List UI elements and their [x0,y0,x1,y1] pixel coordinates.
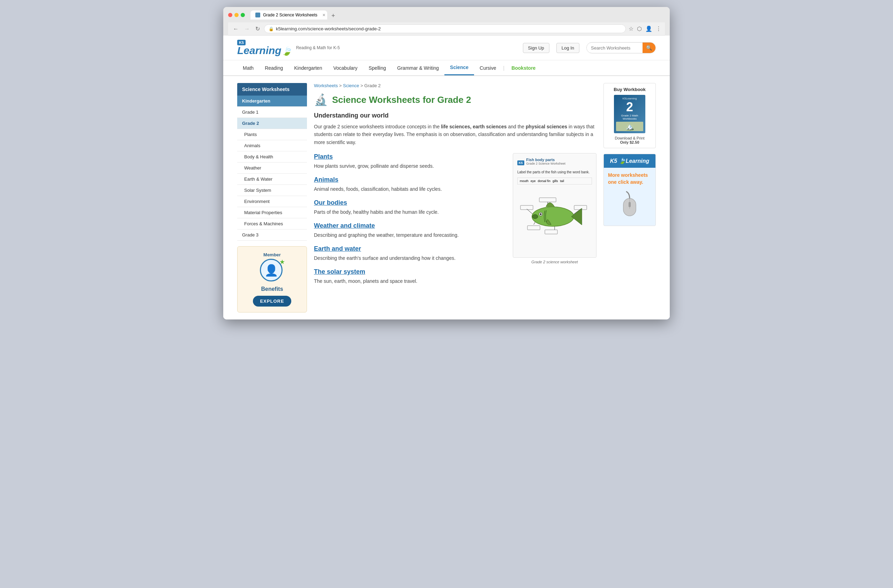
new-tab-button[interactable]: + [330,12,337,20]
page-content: K5 Learning🍃 Reading & Math for K-5 Sign… [223,36,670,319]
tab-close-icon[interactable]: ✕ [322,13,325,17]
svg-rect-13 [528,226,540,230]
sidebar-item-plants[interactable]: Plants [237,129,307,140]
workbook-price: Only $2.50 [607,140,652,144]
logo-area: K5 Learning🍃 Reading & Math for K-5 [237,40,340,56]
explore-button[interactable]: EXPLORE [253,296,291,307]
preview-image: K5 Fish body parts Grade 2 Science Works… [513,153,597,258]
section-link-plants[interactable]: Plants [314,153,506,161]
traffic-lights [228,13,245,17]
preview-logo: K5 [517,161,524,165]
sidebar: Science Worksheets Kindergarten Grade 1 … [237,83,307,313]
k5-promo-mouse [604,190,655,226]
search-input[interactable] [587,43,642,53]
sidebar-item-material-properties[interactable]: Material Properties [237,207,307,218]
workbook-ad-title: Buy Workbook [607,87,652,92]
menu-icon[interactable]: ⋮ [656,26,661,32]
preview-instruction: Label the parts of the fish using the wo… [517,170,592,174]
address-bar[interactable]: 🔒 k5learning.com/science-worksheets/seco… [264,24,626,33]
sidebar-item-solar-system[interactable]: Solar System [237,185,307,196]
content-with-image: Plants How plants survive, grow, pollina… [314,153,597,291]
sidebar-item-forces-machines[interactable]: Forces & Machines [237,218,307,230]
sign-up-button[interactable]: Sign Up [523,43,549,53]
search-box: 🔍 [586,42,656,53]
member-label-bottom: Benefits [243,286,301,292]
tab-bar: Grade 2 Science Worksheets ✕ + [251,11,665,20]
profile-icon[interactable]: 👤 [645,26,652,32]
nav-kindergarten[interactable]: Kindergarten [289,61,328,75]
sidebar-item-environment[interactable]: Environment [237,196,307,207]
breadcrumb-science[interactable]: Science [343,83,359,88]
section-link-animals[interactable]: Animals [314,176,506,183]
worksheet-preview: K5 Fish body parts Grade 2 Science Works… [513,153,597,291]
sidebar-item-earth-water[interactable]: Earth & Water [237,174,307,185]
word-eye: eye [531,179,536,183]
preview-caption: Grade 2 science worksheet [513,260,597,264]
k5-promo-logo: K5 🍃Learning [604,154,655,168]
word-dorsal-fin: dorsal fin [538,179,551,183]
section-link-weather[interactable]: Weather and climate [314,222,506,230]
breadcrumb-worksheets[interactable]: Worksheets [314,83,338,88]
breadcrumb-sep2: > [360,83,364,88]
logo-text: Learning🍃 [237,45,292,56]
lock-icon: 🔒 [269,27,274,32]
minimize-button[interactable] [235,13,239,17]
sidebar-item-grade2[interactable]: Grade 2 [237,118,307,129]
k5-promo-text: More worksheets one click away. [604,168,655,190]
section-desc-solar: The sun, earth, moon, planets and space … [314,278,506,285]
back-button[interactable]: ← [232,25,240,33]
nav-cursive[interactable]: Cursive [474,61,502,75]
sidebar-item-kindergarten[interactable]: Kindergarten [237,96,307,107]
page-title: Science Worksheets for Grade 2 [332,95,471,105]
nav-math[interactable]: Math [237,61,259,75]
k5-promo: K5 🍃Learning More worksheets one click a… [603,154,656,226]
extensions-icon[interactable]: ⬡ [637,26,642,32]
section-desc-plants: How plants survive, grow, pollinate and … [314,162,506,170]
section-link-bodies[interactable]: Our bodies [314,199,506,206]
search-button[interactable]: 🔍 [642,42,655,53]
nav-reading[interactable]: Reading [259,61,289,75]
page-layout: Science Worksheets Kindergarten Grade 1 … [223,76,670,319]
word-gills: gills [553,179,558,183]
sidebar-item-weather[interactable]: Weather [237,162,307,174]
browser-tab[interactable]: Grade 2 Science Worksheets ✕ [251,11,327,20]
svg-point-8 [540,214,542,215]
nav-science[interactable]: Science [444,60,474,75]
workbook-title-sm: Grade 2 Math Workbooks [616,114,643,120]
browser-toolbar: ← → ↻ 🔒 k5learning.com/science-worksheet… [228,22,665,36]
fish-diagram [517,188,592,245]
section-link-earth[interactable]: Earth and water [314,245,506,253]
nav-spelling[interactable]: Spelling [363,61,392,75]
sidebar-title: Science Worksheets [237,83,307,96]
nav-vocabulary[interactable]: Vocabulary [328,61,363,75]
workbook-cover[interactable]: K5Learning 2 Grade 2 Math Workbooks 🏔️ [614,95,645,133]
k5-promo-logo-text: K5 🍃Learning [610,158,649,164]
refresh-button[interactable]: ↻ [254,25,261,33]
nav-divider: | [502,65,506,71]
close-button[interactable] [228,13,232,17]
workbook-price-line: Download & Print [607,136,652,140]
member-star-icon: ★ [280,258,285,266]
sidebar-item-grade1[interactable]: Grade 1 [237,107,307,118]
preview-worksheet-title: Fish body parts [526,158,565,162]
nav-grammar[interactable]: Grammar & Writing [392,61,445,75]
sidebar-item-body-health[interactable]: Body & Health [237,151,307,162]
sidebar-item-animals[interactable]: Animals [237,140,307,151]
toolbar-actions: ☆ ⬡ 👤 ⋮ [628,26,661,32]
bookmark-icon[interactable]: ☆ [628,26,633,32]
workbook-grade-num: 2 [626,101,633,113]
intro-text: Our grade 2 science worksheets introduce… [314,123,597,146]
nav-bookstore[interactable]: Bookstore [506,61,541,75]
svg-point-6 [532,215,538,219]
log-in-button[interactable]: Log In [556,43,579,53]
sidebar-item-grade3[interactable]: Grade 3 [237,230,307,241]
k5-badge: K5 [237,40,245,45]
breadcrumb-sep1: > [339,83,343,88]
beaker-icon: 🔬 [314,93,328,106]
section-desc-bodies: Parts of the body, healthy habits and th… [314,209,506,216]
member-figure-icon: 👤 [265,264,278,277]
tab-favicon [256,12,260,17]
maximize-button[interactable] [241,13,245,17]
forward-button[interactable]: → [243,25,251,33]
section-link-solar[interactable]: The solar system [314,268,506,275]
